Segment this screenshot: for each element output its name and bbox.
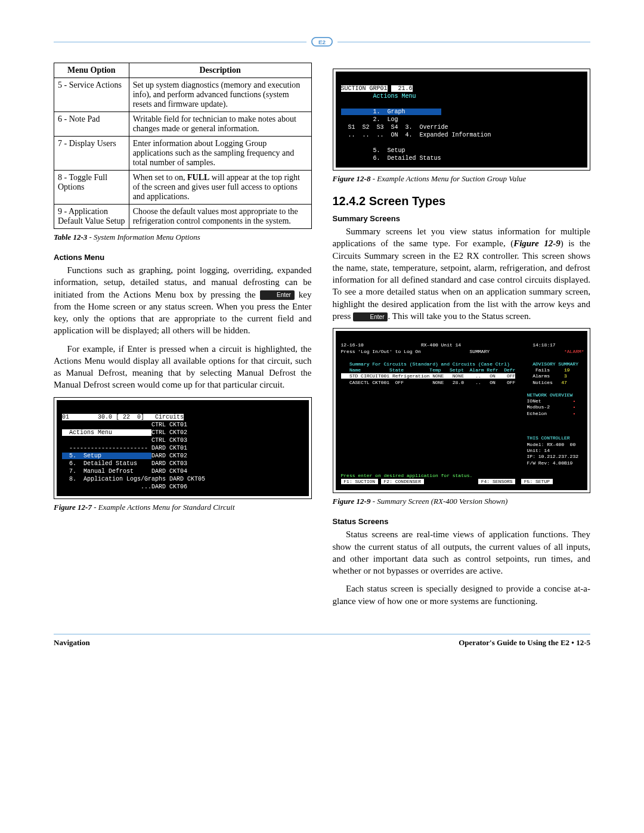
- svg-text:E2: E2: [318, 39, 326, 46]
- body-text: Functions such as graphing, point loggin…: [54, 264, 312, 337]
- figure-12-7: 01 30.0 [ 22 0] Circuits CTRL CKT01 Acti…: [54, 397, 312, 499]
- heading-summary-screens: Summary Screens: [333, 214, 591, 223]
- figure-caption: Figure 12-9 - Summary Screen (RX-400 Ver…: [333, 497, 591, 506]
- table-row: 6 - Note Pad Writable field for technici…: [54, 112, 312, 137]
- e2-logo-icon: E2: [311, 36, 333, 48]
- table-row: 9 - Application Default Value Setup Choo…: [54, 205, 312, 229]
- figure-12-8: SUCTION GRP01 21.6 Actions Menu 1. Graph…: [333, 69, 591, 171]
- header-rule: E2: [54, 36, 590, 48]
- body-text: For example, if Enter is pressed when a …: [54, 343, 312, 391]
- table-row: 8 - Toggle Full Options When set to on, …: [54, 171, 312, 205]
- enter-key-icon: Enter: [353, 312, 388, 322]
- figure-caption: Figure 12-7 - Example Actions Menu for S…: [54, 503, 312, 512]
- heading-status-screens: Status Screens: [333, 517, 591, 526]
- system-info-menu-table: Menu Option Description 5 - Service Acti…: [54, 63, 312, 229]
- col-header-desc: Description: [129, 63, 311, 78]
- col-header-option: Menu Option: [54, 63, 129, 78]
- body-text: Each status screen is specially designed…: [333, 583, 591, 607]
- body-text: Status screens are real-time views of ap…: [333, 528, 591, 577]
- heading-actions-menu: Actions Menu: [54, 253, 312, 262]
- heading-screen-types: 12.4.2 Screen Types: [333, 194, 591, 208]
- enter-key-icon: Enter: [260, 290, 295, 300]
- footer-right: Operator's Guide to Using the E2 • 12-5: [459, 638, 590, 648]
- table-caption: Table 12-3 - System Information Menu Opt…: [54, 233, 312, 242]
- figure-12-9: 12-16-10 RX-400 Unit 14 14:18:17 Press '…: [333, 328, 591, 493]
- footer-left: Navigation: [54, 638, 90, 648]
- table-row: 7 - Display Users Enter information abou…: [54, 137, 312, 171]
- page-footer: Navigation Operator's Guide to Using the…: [54, 634, 590, 648]
- table-row: 5 - Service Actions Set up system diagno…: [54, 78, 312, 112]
- body-text: Summary screens let you view status info…: [333, 225, 591, 322]
- figure-caption: Figure 12-8 - Example Actions Menu for S…: [333, 174, 591, 184]
